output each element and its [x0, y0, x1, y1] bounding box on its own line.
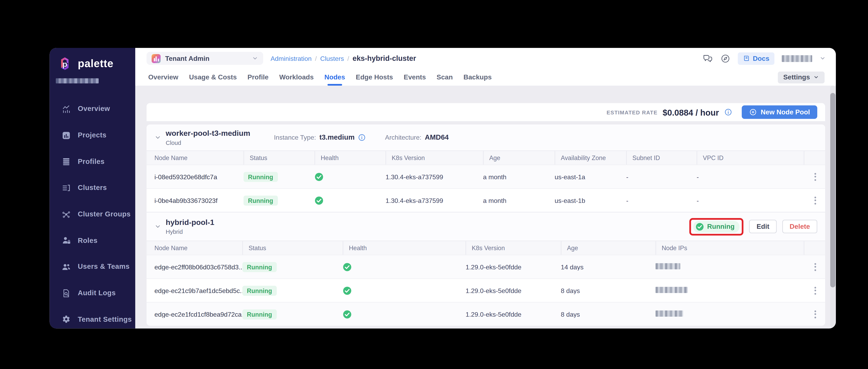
sidebar-item-roles[interactable]: Roles: [50, 227, 135, 254]
tab-profile[interactable]: Profile: [247, 69, 269, 86]
row-actions-menu[interactable]: [814, 310, 817, 318]
column-header: VPC ID: [696, 151, 804, 164]
scope-switcher[interactable]: Tenant Admin: [147, 52, 263, 65]
settings-button-label: Settings: [783, 73, 810, 81]
sidebar-item-label: Overview: [78, 105, 110, 113]
table-row: edge-ec2ff08b06d03c6758d3... Running 1.2…: [147, 255, 825, 278]
tab-nodes[interactable]: Nodes: [324, 69, 345, 86]
collapse-chevron-icon[interactable]: [154, 134, 161, 141]
tab-backups[interactable]: Backups: [464, 69, 492, 86]
plus-circle-icon: [749, 108, 757, 116]
node-age: 14 days: [561, 264, 655, 270]
row-actions-menu[interactable]: [814, 286, 817, 295]
node-pools-card: worker-pool-t3-medium Cloud Instance Typ…: [147, 124, 825, 326]
annotation-highlight-box: Running: [689, 218, 744, 235]
column-header: Health: [343, 241, 466, 255]
settings-button[interactable]: Settings: [778, 71, 825, 83]
sidebar-item-label: Clusters: [78, 184, 107, 192]
chat-icon[interactable]: [702, 53, 713, 64]
pool-name: worker-pool-t3-medium: [166, 129, 250, 139]
vpc-id: -: [696, 173, 804, 180]
column-header: K8s Version: [385, 151, 483, 164]
docs-button-label: Docs: [753, 54, 769, 62]
table-row: i-08ed59320e68dfc7a Running 1.30.4-eks-a…: [147, 164, 825, 188]
node-age: a month: [483, 173, 555, 180]
table-row: i-0be4ab9b33673023f Running 1.30.4-eks-a…: [147, 188, 825, 212]
column-header: Node Name: [154, 241, 242, 255]
top-bar-right: Docs: [702, 52, 826, 64]
sidebar-item-label: Tenant Settings: [78, 315, 132, 323]
node-age: 8 days: [561, 311, 655, 317]
roles-icon: [61, 236, 71, 245]
tab-events[interactable]: Events: [404, 69, 426, 86]
delete-button[interactable]: Delete: [782, 220, 817, 233]
node-name: edge-ec2ff08b06d03c6758d3...: [154, 264, 242, 270]
info-icon[interactable]: [358, 133, 366, 142]
node-age: 8 days: [561, 287, 655, 294]
sidebar-nav: Overview Projects Profil: [50, 96, 135, 329]
status-badge: Running: [242, 262, 277, 272]
sidebar-item-profiles[interactable]: Profiles: [50, 148, 135, 175]
tab-workloads[interactable]: Workloads: [279, 69, 313, 86]
info-icon[interactable]: [724, 108, 732, 116]
scope-switcher-label: Tenant Admin: [165, 54, 247, 62]
row-actions-menu[interactable]: [814, 173, 817, 181]
pool-status-label: Running: [707, 222, 735, 230]
pool-status-badge: Running: [693, 221, 740, 233]
scrollbar-thumb[interactable]: [830, 93, 835, 287]
status-badge: Running: [242, 309, 277, 319]
new-node-pool-button[interactable]: New Node Pool: [741, 105, 817, 119]
column-header: Health: [314, 151, 385, 164]
edit-button[interactable]: Edit: [749, 220, 777, 233]
node-age: a month: [483, 197, 555, 204]
pool-type: Cloud: [166, 139, 250, 146]
pool-type: Hybrid: [166, 228, 214, 235]
health-ok-icon: [343, 286, 352, 295]
breadcrumb-link-administration[interactable]: Administration: [271, 55, 311, 62]
breadcrumb-separator: /: [315, 55, 317, 62]
health-ok-icon: [314, 172, 323, 181]
tabs: Overview Usage & Costs Profile Workloads…: [148, 69, 492, 86]
breadcrumb-link-clusters[interactable]: Clusters: [320, 55, 344, 62]
sidebar-item-audit-logs[interactable]: Audit Logs: [50, 280, 135, 306]
tenant-name-redacted: [56, 79, 99, 84]
availability-zone: us-east-1b: [555, 197, 626, 204]
node-ips-redacted: [655, 287, 688, 293]
main-area: Tenant Admin Administration / Clusters /…: [135, 48, 836, 329]
tab-edge-hosts[interactable]: Edge Hosts: [356, 69, 393, 86]
tenant-scope-icon: [152, 54, 161, 63]
sidebar-item-label: Roles: [78, 237, 98, 244]
logo-wordmark: palette: [78, 57, 114, 70]
column-header: Status: [244, 151, 314, 164]
sidebar: p palette Overview: [50, 48, 135, 329]
projects-icon: [61, 130, 71, 140]
tab-scan[interactable]: Scan: [437, 69, 453, 86]
user-menu-chevron-icon[interactable]: [819, 55, 826, 61]
breadcrumb-current-cluster: eks-hybrid-cluster: [352, 54, 416, 63]
sidebar-item-projects[interactable]: Projects: [50, 122, 135, 148]
table-row: edge-ec21c9b7aef1dc5ebd5c... Running 1.2…: [147, 278, 825, 302]
row-actions-menu[interactable]: [814, 263, 817, 271]
sidebar-item-tenant-settings[interactable]: Tenant Settings: [50, 306, 135, 328]
pool-actions: Running Edit Delete: [689, 218, 825, 235]
cluster-tabs-bar: Overview Usage & Costs Profile Workloads…: [135, 69, 836, 86]
collapse-chevron-icon[interactable]: [154, 223, 161, 230]
sidebar-item-clusters[interactable]: Clusters: [50, 175, 135, 201]
sidebar-item-overview[interactable]: Overview: [50, 96, 135, 122]
sidebar-item-label: Audit Logs: [78, 289, 116, 297]
column-header: Availability Zone: [555, 151, 626, 164]
health-ok-icon: [343, 310, 352, 319]
svg-text:p: p: [62, 60, 67, 68]
help-compass-icon[interactable]: [720, 53, 730, 63]
tab-overview[interactable]: Overview: [148, 69, 178, 86]
tab-usage-costs[interactable]: Usage & Costs: [189, 69, 237, 86]
docs-button[interactable]: Docs: [738, 52, 774, 64]
row-actions-menu[interactable]: [814, 196, 817, 204]
palette-logo-icon: p: [56, 55, 73, 72]
instance-type-value: t3.medium: [319, 133, 354, 142]
breadcrumb-separator: /: [347, 55, 349, 62]
sidebar-item-users-teams[interactable]: Users & Teams: [50, 254, 135, 280]
pool-header-worker-pool: worker-pool-t3-medium Cloud Instance Typ…: [147, 124, 825, 151]
chevron-down-icon: [252, 55, 258, 61]
sidebar-item-cluster-groups[interactable]: Cluster Groups: [50, 201, 135, 227]
